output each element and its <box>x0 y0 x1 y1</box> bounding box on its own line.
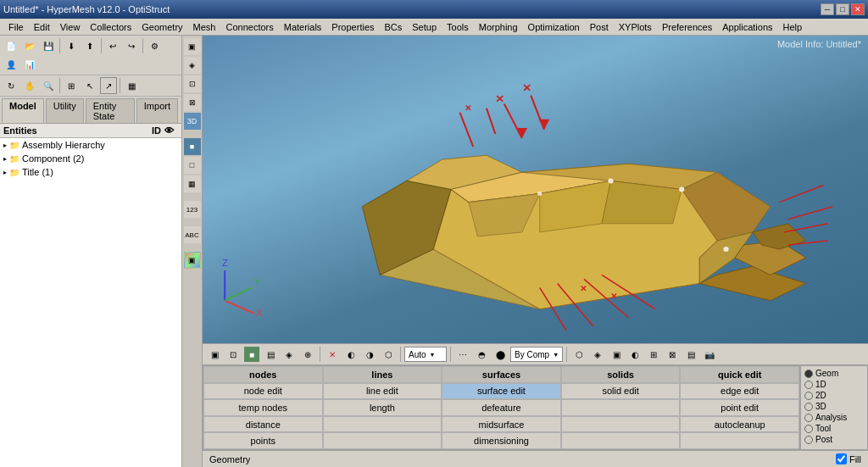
panel-cell-midsurface[interactable]: midsurface <box>442 416 561 433</box>
menu-item-morphing[interactable]: Morphing <box>474 20 523 34</box>
text-display-button[interactable]: ABC <box>184 226 201 243</box>
tree-expand-icon[interactable]: ▸ <box>3 155 7 163</box>
vp-btn-4[interactable]: ▤ <box>263 347 278 362</box>
radio-item-analysis[interactable]: Analysis <box>804 412 864 423</box>
radio-item-post[interactable]: Post <box>804 434 864 445</box>
tab-entity-state[interactable]: Entity State <box>86 98 135 123</box>
panel-cell-edge-edit[interactable]: edge edit <box>680 383 799 400</box>
menu-item-setup[interactable]: Setup <box>407 20 442 34</box>
view-iso-button[interactable]: ◈ <box>184 57 201 74</box>
menu-item-preferences[interactable]: Preferences <box>657 20 717 34</box>
menu-item-post[interactable]: Post <box>585 20 614 34</box>
radio-item-2d[interactable]: 2D <box>804 390 864 401</box>
panel-cell-temp-nodes[interactable]: temp nodes <box>203 399 323 416</box>
close-button[interactable]: ✕ <box>851 3 865 15</box>
menu-item-view[interactable]: View <box>55 20 86 34</box>
tree-item-component-(2)[interactable]: ▸📁Component (2) <box>0 152 181 165</box>
import-button[interactable]: ⬇ <box>63 37 80 54</box>
report-button[interactable]: 📊 <box>21 56 38 73</box>
vp-btn-16[interactable]: ◐ <box>627 347 643 362</box>
panel-cell-node-edit[interactable]: node edit <box>203 383 323 400</box>
tree-item-title-(1)[interactable]: ▸📁Title (1) <box>0 165 181 179</box>
radio-item-tool[interactable]: Tool <box>804 423 864 434</box>
menu-item-bcs[interactable]: BCs <box>380 20 408 34</box>
undo-button[interactable]: ↩ <box>104 37 121 54</box>
vp-btn-13[interactable]: ⬡ <box>571 347 587 362</box>
shading-button[interactable]: ■ <box>184 138 201 155</box>
minimize-button[interactable]: ─ <box>821 3 834 15</box>
tree-expand-icon[interactable]: ▸ <box>3 142 7 149</box>
radio-item-3d[interactable]: 3D <box>804 401 864 412</box>
export-button[interactable]: ⬆ <box>81 37 98 54</box>
vp-btn-17[interactable]: ⊞ <box>646 347 661 362</box>
3d-viewport[interactable]: Model Info: Untitled* 1CAE.COM <box>203 36 868 343</box>
fill-check-input[interactable] <box>836 453 847 464</box>
vp-btn-1[interactable]: ▣ <box>207 347 222 362</box>
vp-btn-6[interactable]: ⊕ <box>300 347 315 362</box>
panel-cell-length[interactable]: length <box>323 399 442 416</box>
tab-utility[interactable]: Utility <box>46 98 84 123</box>
menu-item-tools[interactable]: Tools <box>442 20 474 34</box>
panel-cell-autocleanup[interactable]: autocleanup <box>680 416 799 433</box>
redo-button[interactable]: ↪ <box>123 37 140 54</box>
view-front-button[interactable]: ▣ <box>184 38 201 55</box>
options-button[interactable]: ⚙ <box>146 37 163 54</box>
color-button[interactable]: ▣ <box>184 252 201 269</box>
tab-model[interactable]: Model <box>2 98 44 123</box>
vp-delete-button[interactable]: ✕ <box>325 347 340 362</box>
panel-cell-points[interactable]: points <box>203 432 323 449</box>
tab-import[interactable]: Import <box>136 98 178 123</box>
panel-cell-surface-edit[interactable]: surface edit <box>442 383 561 400</box>
view-top-button[interactable]: ⊡ <box>184 75 201 92</box>
panel-cell-distance[interactable]: distance <box>203 416 323 433</box>
panel-cell-defeature[interactable]: defeature <box>442 399 561 416</box>
save-button[interactable]: 💾 <box>40 37 57 54</box>
panel-cell-solid-edit[interactable]: solid edit <box>561 383 681 400</box>
wireframe-button[interactable]: □ <box>184 157 201 174</box>
menu-item-mesh[interactable]: Mesh <box>188 20 221 34</box>
menu-item-xyplots[interactable]: XYPlots <box>614 20 657 34</box>
fill-checkbox[interactable]: Fill <box>836 453 861 464</box>
vp-btn-19[interactable]: ▤ <box>683 347 698 362</box>
radio-item-1d[interactable]: 1D <box>804 379 864 390</box>
pan-button[interactable]: ✋ <box>21 77 38 94</box>
radio-item-geom[interactable]: Geom <box>804 368 864 379</box>
vp-btn-5[interactable]: ◈ <box>281 347 297 362</box>
vp-btn-11[interactable]: ◓ <box>474 347 489 362</box>
number-display-button[interactable]: 123 <box>184 201 201 218</box>
view-3d-button[interactable]: 3D <box>184 113 201 130</box>
panel-cell-dimensioning[interactable]: dimensioning <box>442 432 561 449</box>
menu-item-materials[interactable]: Materials <box>279 20 327 34</box>
cursor-button[interactable]: ↗ <box>100 77 117 94</box>
menu-item-geometry[interactable]: Geometry <box>136 20 187 34</box>
menu-item-connectors[interactable]: Connectors <box>220 20 278 34</box>
vp-btn-10[interactable]: ⋯ <box>455 347 470 362</box>
panel-cell-point-edit[interactable]: point edit <box>680 399 799 416</box>
panel-cell-line-edit[interactable]: line edit <box>323 383 442 400</box>
new-button[interactable]: 📄 <box>3 37 19 54</box>
vp-btn-14[interactable]: ◈ <box>590 347 605 362</box>
vp-btn-9[interactable]: ⬡ <box>381 347 396 362</box>
maximize-button[interactable]: □ <box>836 3 849 15</box>
menu-item-applications[interactable]: Applications <box>717 20 777 34</box>
vp-btn-7[interactable]: ◐ <box>343 347 359 362</box>
view-side-button[interactable]: ⊠ <box>184 94 201 111</box>
hidden-line-button[interactable]: ▦ <box>184 175 201 192</box>
zoom-button[interactable]: 🔍 <box>40 77 57 94</box>
fit-button[interactable]: ⊞ <box>63 77 80 94</box>
vp-camera-button[interactable]: 📷 <box>702 347 717 362</box>
menu-item-properties[interactable]: Properties <box>326 20 379 34</box>
rotate-button[interactable]: ↻ <box>3 77 19 94</box>
tree-expand-icon[interactable]: ▸ <box>3 169 7 176</box>
vp-btn-3[interactable]: ■ <box>244 347 259 362</box>
vp-btn-2[interactable]: ⊡ <box>225 347 241 362</box>
menu-item-help[interactable]: Help <box>778 20 808 34</box>
vp-btn-8[interactable]: ◑ <box>362 347 377 362</box>
auto-dropdown[interactable]: Auto <box>404 347 447 362</box>
mask-button[interactable]: ▦ <box>123 77 140 94</box>
menu-item-optimization[interactable]: Optimization <box>523 20 585 34</box>
tree-item-assembly-hierarchy[interactable]: ▸📁Assembly Hierarchy <box>0 138 181 152</box>
bycomp-dropdown[interactable]: By Comp <box>510 347 563 362</box>
menu-item-collectors[interactable]: Collectors <box>85 20 136 34</box>
select-button[interactable]: ↖ <box>81 77 98 94</box>
